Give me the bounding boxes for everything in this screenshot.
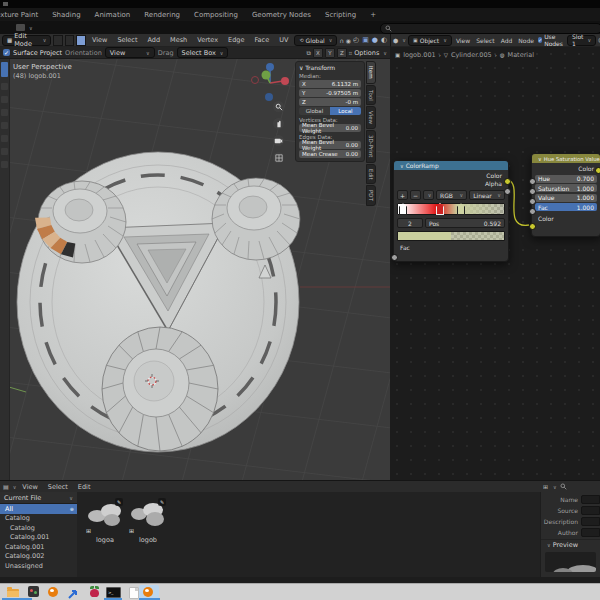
tool-button[interactable]	[1, 96, 8, 103]
gizmo-y-axis[interactable]	[262, 71, 271, 80]
menu-view[interactable]: View	[454, 37, 472, 44]
tool-button[interactable]	[1, 109, 8, 116]
tool-button[interactable]	[1, 83, 8, 90]
local-space-button[interactable]: Local	[330, 107, 361, 115]
fac-input-socket[interactable]	[529, 208, 536, 215]
active-tool-button[interactable]	[1, 62, 8, 77]
menu-select[interactable]: Select	[44, 483, 72, 491]
display-mode-icon[interactable]: ⊞	[543, 483, 548, 490]
viewport-canvas[interactable]: User Perspective (48) logob.001	[0, 59, 390, 480]
stop-color-swatch[interactable]	[397, 231, 505, 241]
menu-vertex[interactable]: Vertex	[193, 36, 222, 44]
tab-geometry-nodes[interactable]: Geometry Nodes	[245, 8, 318, 21]
median-y-field[interactable]: Y -0.97505 m	[299, 89, 361, 97]
stop-position-field[interactable]: Pos 0.592	[425, 218, 505, 228]
tab-tool[interactable]: Tool	[366, 85, 376, 106]
asset-grid[interactable]: ✎ ⊞ logoa ✎ ⊞ logob	[77, 492, 540, 577]
ramp-options-button[interactable]: ∨	[423, 190, 434, 200]
tab-3d-print[interactable]: 3D-Print	[366, 130, 376, 162]
asset-browser-icon[interactable]: ▤	[3, 483, 9, 490]
gizmo-x-neg-axis[interactable]	[252, 77, 259, 84]
description-field[interactable]	[581, 517, 600, 526]
menu-face[interactable]: Face	[250, 36, 273, 44]
catalog-item[interactable]: Catalog.002	[0, 552, 77, 562]
navigation-gizmo[interactable]	[248, 59, 292, 105]
mode-dropdown[interactable]: ▦ Edit Mode ∨	[2, 35, 51, 46]
menu-edit[interactable]: Edit	[74, 483, 95, 491]
tool-button[interactable]	[1, 135, 8, 142]
edge-bevel-weight-field[interactable]: Mean Bevel Weight 0.00	[299, 141, 361, 149]
proportional-edit-icon[interactable]: ◉	[346, 37, 351, 44]
color-output-socket[interactable]	[504, 178, 511, 185]
catalog-item[interactable]: Catalog.001	[0, 542, 77, 552]
mirror-z-button[interactable]: Z	[337, 48, 347, 58]
gizmo-x-axis[interactable]	[281, 77, 289, 85]
catalog-unassigned[interactable]: Unassigned	[0, 561, 77, 571]
vertex-bevel-weight-field[interactable]: Mean Bevel Weight 0.00	[299, 124, 361, 132]
source-field[interactable]	[581, 506, 600, 515]
transform-panel-header[interactable]: ∨ Transform	[299, 64, 361, 71]
color-output-socket[interactable]	[595, 167, 600, 174]
tab-pdt[interactable]: PDT	[366, 185, 376, 206]
shader-type-dropdown[interactable]: ▣ Object ∨	[408, 35, 452, 46]
menu-add[interactable]: Add	[143, 36, 164, 44]
catalog-item[interactable]: Catalog	[0, 514, 77, 524]
snap-icon[interactable]: ⌗	[349, 49, 352, 57]
perspective-toggle-button[interactable]	[273, 152, 284, 163]
preview-panel-header[interactable]: Preview	[553, 541, 578, 549]
tool-button[interactable]	[1, 148, 8, 155]
value-input-socket[interactable]	[529, 198, 536, 205]
mirror-y-button[interactable]: Y	[325, 48, 335, 58]
mesh-pod-topright[interactable]	[212, 178, 300, 260]
add-stop-button[interactable]: +	[397, 190, 408, 200]
hue-slider[interactable]: Hue 0.700	[535, 175, 597, 183]
menu-mesh[interactable]: Mesh	[166, 36, 191, 44]
orientation-dropdown[interactable]: View ∨	[105, 47, 155, 58]
name-field[interactable]	[581, 495, 600, 504]
tab-scripting[interactable]: Scripting	[318, 8, 363, 21]
surface-project-checkbox[interactable]: ✓	[3, 49, 10, 56]
menu-uv[interactable]: UV	[275, 36, 292, 44]
drag-dropdown[interactable]: Select Box ∨	[177, 47, 229, 58]
menu-add[interactable]: Add	[499, 37, 515, 44]
shader-editor-canvas[interactable]: ▣ logob.001 › ▽ Cylinder.005 › ◍ Materia…	[390, 47, 600, 480]
asset-item-logob[interactable]: ✎ ⊞ logob	[128, 498, 168, 544]
gizmo-z-neg-axis[interactable]	[265, 93, 273, 101]
tool-button[interactable]	[1, 122, 8, 129]
edge-crease-field[interactable]: Mean Crease 0.00	[299, 150, 361, 158]
menu-edge[interactable]: Edge	[224, 36, 248, 44]
menu-select[interactable]: Select	[474, 37, 497, 44]
alpha-output-socket[interactable]	[504, 188, 511, 195]
face-select-button[interactable]	[76, 35, 86, 46]
options-dropdown[interactable]: Options	[354, 49, 379, 57]
fac-slider[interactable]: Fac 1.000	[535, 203, 597, 211]
camera-view-button[interactable]	[273, 135, 284, 146]
blender-icon[interactable]	[48, 586, 62, 598]
mirror-x-button[interactable]: X	[313, 48, 323, 58]
asset-item-logoa[interactable]: ✎ ⊞ logoa	[85, 498, 125, 544]
saturation-input-socket[interactable]	[529, 188, 536, 195]
transform-orientation-dropdown[interactable]: ⟲ Global ∨	[294, 35, 337, 46]
terminal-icon[interactable]: >_	[106, 586, 120, 598]
menu-select[interactable]: Select	[113, 36, 141, 44]
mesh-pod-bottom[interactable]	[102, 327, 218, 451]
saturation-slider[interactable]: Saturation 1.000	[535, 184, 597, 192]
fac-input-socket[interactable]	[391, 254, 398, 261]
tool-button[interactable]	[1, 161, 8, 168]
gizmo-z-axis[interactable]	[266, 63, 274, 71]
app-menu-icon[interactable]	[3, 2, 8, 6]
tab-texture-paint[interactable]: Texture Paint	[0, 8, 45, 21]
tab-compositing[interactable]: Compositing	[187, 8, 245, 21]
colorramp-gradient[interactable]	[397, 203, 505, 215]
author-field[interactable]	[581, 528, 600, 537]
file-manager-icon[interactable]	[7, 586, 21, 598]
blender-active-icon[interactable]	[143, 586, 157, 598]
color-input-socket[interactable]	[529, 223, 536, 230]
image-viewer-icon[interactable]	[28, 586, 42, 598]
collapse-icon[interactable]: ∨	[547, 542, 551, 548]
shading-rendered-icon[interactable]: ◐	[381, 36, 387, 44]
add-workspace-button[interactable]: +	[363, 8, 383, 21]
xray-icon[interactable]: ▣	[362, 36, 369, 44]
catalog-actions-icon[interactable]: ⊕	[70, 506, 77, 512]
collapse-icon[interactable]: ∨	[400, 163, 404, 169]
